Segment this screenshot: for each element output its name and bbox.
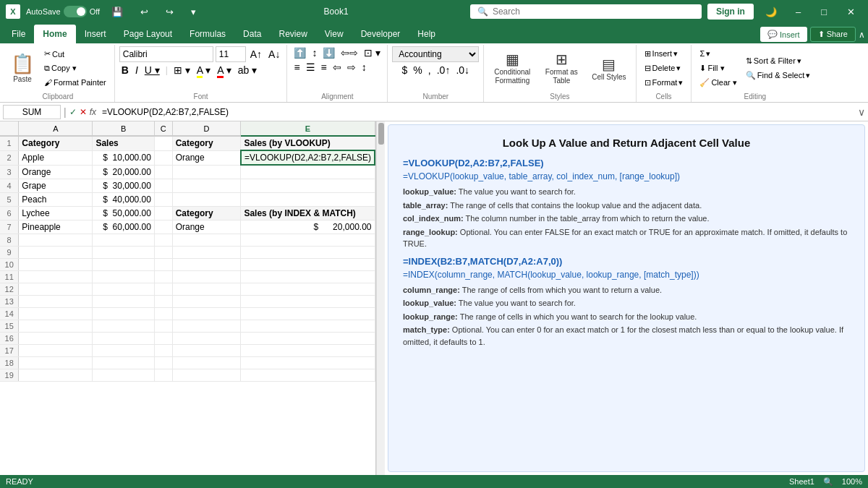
cell-e3[interactable] xyxy=(241,165,375,179)
cell-b6[interactable]: $ 50,000.00 xyxy=(93,206,155,220)
cell-a4[interactable]: Grape xyxy=(19,179,93,192)
zoom-icon[interactable]: 🔍 xyxy=(823,477,833,487)
cancel-icon[interactable]: ✕ xyxy=(80,107,87,117)
clear-button[interactable]: 🧹 Clear ▾ xyxy=(696,76,740,90)
border-button[interactable]: ⊞ ▾ xyxy=(171,64,192,77)
fx-icon[interactable]: fx xyxy=(90,107,96,117)
cell-c1[interactable] xyxy=(154,136,172,150)
cell-a2[interactable]: Apple xyxy=(19,150,93,165)
tab-help[interactable]: Help xyxy=(409,25,444,43)
wrap-text-button[interactable]: ⇦⇨ xyxy=(339,46,360,59)
delete-cells-button[interactable]: ⊟ Delete ▾ xyxy=(641,61,687,75)
format-cells-button[interactable]: ⊡ Format ▾ xyxy=(641,76,687,90)
col-header-a[interactable]: A xyxy=(19,121,93,136)
cell-a6[interactable]: Lychee xyxy=(19,206,93,220)
cell-a1[interactable]: Category xyxy=(19,136,93,150)
cell-e1[interactable]: Sales (by VLOOKUP) xyxy=(241,136,375,150)
sort-filter-button[interactable]: ⇅ Sort & Filter ▾ xyxy=(742,54,814,68)
increase-decimal-button[interactable]: .0↑ xyxy=(435,64,453,77)
currency-button[interactable]: $ xyxy=(400,64,410,77)
align-top-button[interactable]: ⬆️ xyxy=(292,46,308,59)
cell-e2[interactable]: =VLOOKUP(D2,A2:B7,2,FALSE) xyxy=(241,150,375,165)
cell-a5[interactable]: Peach xyxy=(19,192,93,206)
bold-button[interactable]: B xyxy=(119,64,131,77)
undo-button[interactable]: ↩ xyxy=(135,4,154,20)
cell-d2[interactable]: Orange xyxy=(172,150,241,165)
comments-button[interactable]: 💬 Insert xyxy=(760,27,807,42)
cell-e4[interactable] xyxy=(241,179,375,192)
scrollbar-thumb[interactable] xyxy=(378,123,384,145)
percent-button[interactable]: % xyxy=(411,64,424,77)
tab-page-layout[interactable]: Page Layout xyxy=(115,25,181,43)
font-name-input[interactable] xyxy=(119,46,213,62)
cell-e7[interactable]: $ 20,000.00 xyxy=(241,220,375,234)
cell-b1[interactable]: Sales xyxy=(93,136,155,150)
cell-a3[interactable]: Orange xyxy=(19,165,93,179)
col-header-e[interactable]: E xyxy=(241,121,375,136)
cell-c5[interactable] xyxy=(154,192,172,206)
align-bottom-button[interactable]: ⬇️ xyxy=(320,46,337,59)
check-icon[interactable]: ✓ xyxy=(69,107,77,117)
cell-b3[interactable]: $ 20,000.00 xyxy=(93,165,155,179)
italic-button[interactable]: I xyxy=(133,64,140,77)
cell-b5[interactable]: $ 40,000.00 xyxy=(93,192,155,206)
redo-button[interactable]: ↪ xyxy=(160,4,179,20)
formula-input[interactable] xyxy=(99,106,855,119)
share-button[interactable]: ⬆ Share xyxy=(810,27,856,42)
find-select-button[interactable]: 🔍 Find & Select ▾ xyxy=(742,69,814,82)
cell-d7[interactable]: Orange xyxy=(172,220,241,234)
vertical-scrollbar[interactable] xyxy=(376,121,385,475)
cell-d5[interactable] xyxy=(172,192,241,206)
align-middle-button[interactable]: ↕ xyxy=(310,46,319,59)
copy-button[interactable]: ⧉ Copy ▾ xyxy=(41,61,110,75)
conditional-formatting-button[interactable]: ▦ Conditional Formatting xyxy=(488,47,536,89)
maximize-button[interactable]: □ xyxy=(814,4,834,20)
sheet-tab[interactable]: Sheet1 xyxy=(789,477,814,486)
cell-d4[interactable] xyxy=(172,179,241,192)
col-header-d[interactable]: D xyxy=(172,121,241,136)
tab-review[interactable]: Review xyxy=(270,25,315,43)
merge-button[interactable]: ⊡ ▾ xyxy=(362,46,383,59)
cell-c4[interactable] xyxy=(154,179,172,192)
formula-expand-button[interactable]: ∨ xyxy=(858,106,865,118)
tab-file[interactable]: File xyxy=(3,25,34,43)
cell-e6[interactable]: Sales (by INDEX & MATCH) xyxy=(241,206,375,220)
sum-button[interactable]: Σ ▾ xyxy=(696,47,740,61)
sign-in-button[interactable]: Sign in xyxy=(707,4,754,20)
cell-c3[interactable] xyxy=(154,165,172,179)
cell-a7[interactable]: Pineapple xyxy=(19,220,93,234)
col-header-b[interactable]: B xyxy=(93,121,155,136)
decrease-font-button[interactable]: A↓ xyxy=(266,48,282,61)
tab-developer[interactable]: Developer xyxy=(352,25,409,43)
cell-d3[interactable] xyxy=(172,165,241,179)
autosave-toggle[interactable] xyxy=(64,6,87,17)
tab-view[interactable]: View xyxy=(316,25,352,43)
cell-c6[interactable] xyxy=(154,206,172,220)
increase-font-button[interactable]: A↑ xyxy=(248,48,264,61)
decrease-indent-button[interactable]: ⇦ xyxy=(331,61,344,74)
align-right-button[interactable]: ≡ xyxy=(319,61,329,74)
comma-button[interactable]: , xyxy=(426,64,433,77)
tab-data[interactable]: Data xyxy=(234,25,270,43)
close-button[interactable]: ✕ xyxy=(840,4,862,20)
tab-formulas[interactable]: Formulas xyxy=(181,25,234,43)
decrease-decimal-button[interactable]: .0↓ xyxy=(454,64,472,77)
cell-b4[interactable]: $ 30,000.00 xyxy=(93,179,155,192)
fill-button[interactable]: ⬇ Fill ▾ xyxy=(696,61,740,75)
tab-insert[interactable]: Insert xyxy=(76,25,115,43)
insert-cells-button[interactable]: ⊞ Insert ▾ xyxy=(641,47,687,61)
dark-mode-button[interactable]: 🌙 xyxy=(760,4,783,20)
minimize-button[interactable]: – xyxy=(788,4,808,20)
cell-b7[interactable]: $ 60,000.00 xyxy=(93,220,155,234)
format-table-button[interactable]: ⊞ Format as Table xyxy=(539,47,584,89)
save-button[interactable]: 💾 xyxy=(106,4,129,20)
cut-button[interactable]: ✂ Cut xyxy=(41,47,110,61)
tab-home[interactable]: Home xyxy=(34,25,75,43)
highlight-button[interactable]: ab ▾ xyxy=(236,64,259,77)
name-box[interactable] xyxy=(3,105,61,119)
font-size-input[interactable] xyxy=(216,46,246,62)
cell-c2[interactable] xyxy=(154,150,172,165)
align-center-button[interactable]: ☰ xyxy=(304,61,318,74)
cell-d1[interactable]: Category xyxy=(172,136,241,150)
cell-styles-button[interactable]: ▤ Cell Styles xyxy=(587,52,631,85)
